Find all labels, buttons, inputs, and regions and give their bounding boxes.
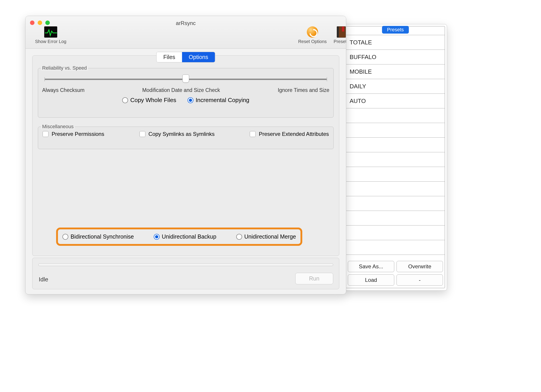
slider-thumb[interactable] <box>182 75 189 83</box>
book-icon <box>337 26 346 38</box>
delete-button[interactable]: - <box>396 274 443 286</box>
radio-incremental[interactable]: Incremental Copying <box>187 97 249 104</box>
preset-item[interactable]: MOBILE <box>346 64 445 79</box>
titlebar: arRsync Show Error Log Reset Options Pre… <box>26 16 346 49</box>
overwrite-button[interactable]: Overwrite <box>396 261 443 272</box>
sync-mode-highlight: Bidirectional Synchronise Unidirectional… <box>56 227 302 246</box>
slider-label-right: Ignore Times and Size <box>278 87 329 93</box>
preset-item[interactable]: AUTO <box>346 94 445 108</box>
preset-item[interactable] <box>346 196 445 211</box>
preset-item[interactable]: BUFFALO <box>346 50 445 64</box>
progress-bar <box>38 263 333 266</box>
check-preserve-permissions[interactable]: Preserve Permissions <box>43 131 104 137</box>
preset-item[interactable] <box>346 167 445 182</box>
misc-legend: Miscellaneous <box>41 124 75 129</box>
show-error-log-button[interactable]: Show Error Log <box>28 26 73 44</box>
tab-strip: Files Options <box>156 52 215 62</box>
save-as-button[interactable]: Save As... <box>348 261 394 272</box>
window-title: arRsync <box>26 20 346 26</box>
preset-item[interactable] <box>346 211 445 226</box>
preset-item[interactable] <box>346 138 445 152</box>
presets-list[interactable]: TOTALE BUFFALO MOBILE DAILY AUTO <box>346 35 445 259</box>
preset-item[interactable] <box>346 123 445 138</box>
check-copy-symlinks[interactable]: Copy Symlinks as Symlinks <box>140 131 215 137</box>
run-button[interactable]: Run <box>295 273 333 284</box>
radio-bidirectional[interactable]: Bidirectional Synchronise <box>62 233 134 240</box>
preset-item[interactable]: TOTALE <box>346 35 445 50</box>
reliability-legend: Reliability vs. Speed <box>41 65 88 71</box>
load-button[interactable]: Load <box>348 274 394 286</box>
radio-unidirectional-merge[interactable]: Unidirectional Merge <box>236 233 296 240</box>
reset-options-button[interactable]: Reset Options <box>293 26 332 44</box>
main-window: arRsync Show Error Log Reset Options Pre… <box>25 16 346 294</box>
presets-panel: Presets TOTALE BUFFALO MOBILE DAILY AUTO <box>344 24 447 291</box>
preset-item[interactable] <box>346 152 445 167</box>
status-label: Idle <box>39 276 48 283</box>
heartbeat-icon <box>44 26 57 38</box>
check-preserve-xattr[interactable]: Preserve Extended Attributes <box>250 131 329 137</box>
radio-unidirectional-backup[interactable]: Unidirectional Backup <box>154 233 216 240</box>
progress-area: Idle Run <box>32 258 339 289</box>
presets-panel-title: Presets <box>382 26 409 34</box>
slider-label-mid: Modification Date and Size Check <box>142 87 220 93</box>
preset-item[interactable]: DAILY <box>346 79 445 94</box>
presets-button[interactable]: Presets <box>329 26 346 44</box>
slider-label-left: Always Checksum <box>42 87 84 93</box>
preset-item[interactable] <box>346 108 445 123</box>
preset-item[interactable] <box>346 240 445 255</box>
reset-icon <box>307 26 318 38</box>
tab-files[interactable]: Files <box>157 52 182 62</box>
preset-item[interactable] <box>346 226 445 240</box>
radio-copy-whole[interactable]: Copy Whole Files <box>122 97 176 104</box>
tab-options[interactable]: Options <box>182 52 215 62</box>
preset-item[interactable] <box>346 182 445 196</box>
